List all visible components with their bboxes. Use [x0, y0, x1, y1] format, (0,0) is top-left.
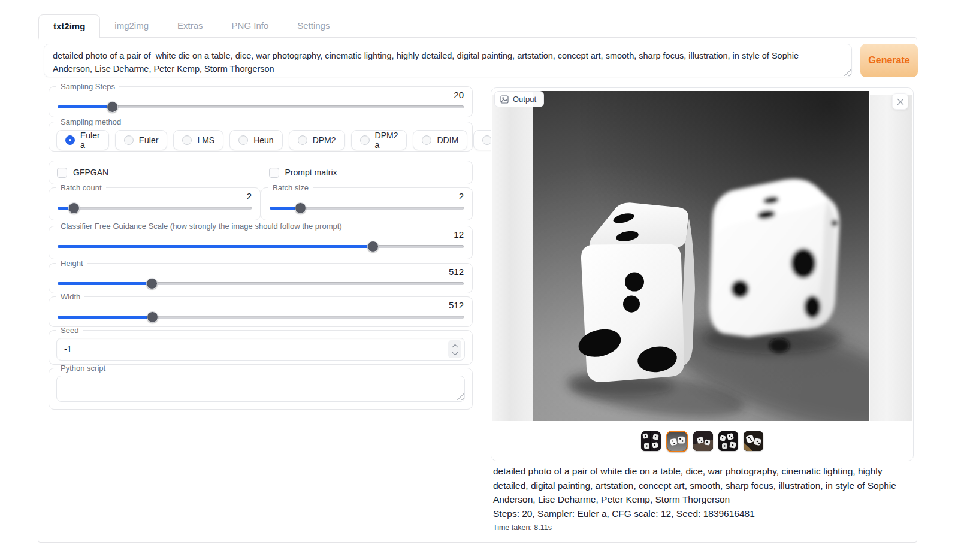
caption-params: Steps: 20, Sampler: Euler a, CFG scale: …	[493, 507, 912, 521]
radio-icon	[238, 135, 248, 145]
slider-thumb[interactable]	[68, 202, 80, 214]
slider-fill	[58, 316, 153, 319]
radio-label: DPM2 a	[375, 131, 398, 150]
output-header-label: Output	[513, 95, 536, 104]
slider-thumb[interactable]	[367, 241, 379, 252]
slider-track[interactable]	[58, 207, 252, 210]
gallery-thumbnail-2-selected[interactable]	[666, 431, 688, 452]
close-preview-button[interactable]	[892, 93, 908, 110]
prompt-matrix-cell: Prompt matrix	[261, 161, 473, 184]
gfpgan-label: GFPGAN	[73, 168, 108, 177]
close-icon	[897, 98, 904, 105]
height-value: 512	[49, 267, 472, 277]
batch-size-group: Batch size 2	[261, 184, 473, 220]
radio-dpm2-a[interactable]: DPM2 a	[351, 130, 407, 150]
chevron-down-icon[interactable]	[452, 350, 458, 356]
radio-icon	[182, 135, 192, 145]
letterbox-right	[870, 95, 912, 421]
radio-heun[interactable]: Heun	[229, 130, 282, 150]
radio-icon	[124, 135, 134, 145]
python-script-group: Python script	[49, 364, 473, 410]
sampling-steps-value: 20	[49, 90, 472, 100]
generated-image[interactable]	[533, 91, 869, 421]
batch-count-value: 2	[49, 191, 260, 201]
height-label: Height	[56, 259, 87, 267]
radio-lms[interactable]: LMS	[173, 130, 223, 150]
tab-img2img[interactable]: img2img	[100, 14, 163, 38]
image-viewer: Output	[491, 88, 913, 421]
radio-label: LMS	[197, 135, 214, 145]
radio-euler[interactable]: Euler	[115, 130, 168, 150]
output-caption: detailed photo of a pair of white die on…	[493, 464, 912, 532]
width-group: Width 512	[49, 293, 473, 327]
gfpgan-cell: GFPGAN	[49, 161, 261, 184]
radio-euler-a[interactable]: Euler a	[56, 130, 109, 150]
cfg-scale-slider[interactable]	[58, 240, 464, 252]
radio-label: Euler	[139, 135, 159, 145]
slider-fill	[58, 282, 152, 285]
slider-thumb[interactable]	[147, 311, 158, 323]
output-header: Output	[494, 91, 544, 107]
letterbox-left	[492, 95, 533, 421]
image-icon	[500, 95, 509, 104]
tab-png-info[interactable]: PNG Info	[217, 14, 283, 38]
prompt-matrix-checkbox[interactable]	[269, 168, 279, 178]
tab-txt2img[interactable]: txt2img	[38, 14, 100, 38]
output-gallery: Output	[491, 87, 914, 461]
sampling-steps-group: Sampling Steps 20	[49, 83, 473, 117]
gallery-thumbnail-5[interactable]	[744, 431, 763, 451]
width-value: 512	[49, 300, 472, 310]
radio-dpm2[interactable]: DPM2	[289, 130, 345, 150]
cfg-scale-value: 12	[49, 229, 472, 240]
number-spinner[interactable]	[448, 340, 461, 358]
batch-size-value: 2	[261, 191, 472, 201]
slider-fill	[58, 245, 373, 248]
sampling-steps-slider[interactable]	[58, 101, 464, 113]
radio-selected-icon	[65, 135, 75, 145]
batch-count-slider[interactable]	[58, 202, 252, 214]
tab-settings[interactable]: Settings	[283, 14, 344, 38]
generate-button[interactable]: Generate	[860, 44, 918, 77]
radio-icon	[360, 135, 370, 145]
sampling-steps-label: Sampling Steps	[56, 83, 119, 90]
radio-label: Euler a	[80, 131, 100, 150]
tab-extras[interactable]: Extras	[163, 14, 217, 38]
slider-thumb[interactable]	[107, 101, 118, 113]
batch-count-label: Batch count	[56, 184, 106, 192]
width-slider[interactable]	[58, 311, 464, 323]
gallery-thumbnail-3[interactable]	[693, 431, 713, 451]
sampling-method-label: Sampling method	[56, 118, 125, 126]
python-script-input[interactable]	[56, 376, 465, 402]
python-script-label: Python script	[56, 364, 110, 372]
seed-group: Seed	[49, 326, 473, 365]
radio-label: DDIM	[437, 135, 458, 145]
caption-prompt: detailed photo of a pair of white die on…	[493, 464, 912, 507]
slider-thumb[interactable]	[146, 278, 158, 289]
checkbox-row: GFPGAN Prompt matrix	[49, 161, 473, 184]
prompt-input[interactable]: detailed photo of a pair of white die on…	[44, 44, 852, 77]
radio-ddim[interactable]: DDIM	[413, 130, 467, 150]
gfpgan-checkbox[interactable]	[57, 168, 67, 178]
gallery-thumbnail-4[interactable]	[718, 431, 738, 451]
radio-label: DPM2	[313, 135, 336, 145]
radio-icon	[298, 135, 307, 145]
caption-time-taken: Time taken: 8.11s	[493, 523, 912, 532]
gallery-thumbnail-1[interactable]	[641, 431, 661, 451]
slider-thumb[interactable]	[295, 202, 306, 214]
sampling-method-options: Euler a Euler LMS Heun DPM2 DPM2 a DDIM …	[56, 130, 465, 150]
cfg-scale-label: Classifier Free Guidance Scale (how stro…	[56, 222, 346, 230]
seed-label: Seed	[56, 326, 83, 334]
prompt-matrix-label: Prompt matrix	[285, 168, 337, 177]
batch-count-group: Batch count 2	[49, 184, 261, 220]
height-group: Height 512	[49, 259, 473, 293]
batch-size-label: Batch size	[268, 184, 313, 192]
app-container: detailed photo of a pair of white die on…	[38, 37, 917, 543]
radio-icon	[422, 135, 431, 145]
slider-track[interactable]	[58, 105, 464, 108]
seed-input[interactable]	[58, 344, 178, 355]
python-script-wrap	[56, 376, 465, 402]
batch-size-slider[interactable]	[270, 202, 464, 214]
radio-label: Heun	[253, 135, 273, 145]
height-slider[interactable]	[58, 277, 464, 289]
cfg-scale-group: Classifier Free Guidance Scale (how stro…	[49, 222, 473, 259]
